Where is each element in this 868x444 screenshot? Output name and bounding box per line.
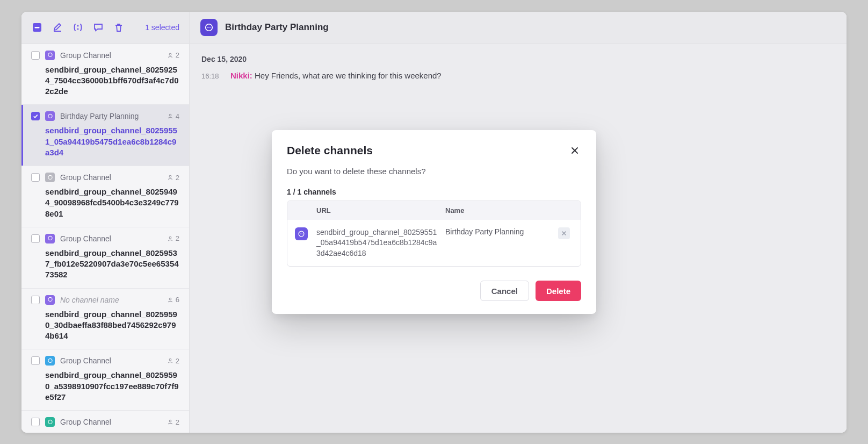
- channel-type-icon: [45, 417, 55, 427]
- member-count: 4: [167, 112, 179, 120]
- svg-point-27: [300, 233, 301, 234]
- channel-url: sendbird_group_channel_80259254_7504cc36…: [31, 65, 179, 97]
- svg-point-9: [169, 175, 171, 177]
- channel-row[interactable]: Group Channel2sendbird_group_channel_802…: [21, 227, 189, 289]
- member-count: 2: [167, 51, 179, 59]
- channel-checkbox[interactable]: [31, 418, 40, 426]
- svg-point-7: [169, 114, 171, 117]
- close-icon[interactable]: [568, 144, 581, 157]
- channel-url: sendbird_group_channel_80259623_66123b1b…: [31, 431, 179, 433]
- channel-type-icon: [45, 51, 55, 60]
- channel-list[interactable]: Group Channel2sendbird_group_channel_802…: [21, 44, 189, 433]
- svg-point-10: [48, 237, 52, 240]
- svg-point-28: [301, 233, 301, 234]
- message-row: 16:18 Nikki: Hey Friends, what are we th…: [201, 71, 835, 80]
- modal-subtitle: Do you want to delete these channels?: [287, 167, 581, 176]
- member-count-value: 4: [176, 112, 179, 120]
- modal-table-head: URL Name: [287, 201, 581, 220]
- cancel-button[interactable]: Cancel: [480, 281, 529, 301]
- channel-checkbox[interactable]: [31, 173, 40, 182]
- member-count-value: 2: [176, 174, 179, 182]
- channel-row[interactable]: Group Channel2sendbird_group_channel_802…: [21, 349, 189, 411]
- modal-table: URL Name sendbird_group_channel_80259551…: [287, 200, 581, 267]
- channel-url: sendbird_group_channel_80259590_30dbaeff…: [31, 309, 179, 342]
- channel-type-icon: [45, 173, 55, 182]
- delete-channels-modal: Delete channels Do you want to delete th…: [272, 130, 596, 314]
- main-header: Birthday Party Planning: [190, 12, 847, 44]
- member-count: 2: [167, 234, 179, 242]
- channel-checkbox[interactable]: [31, 356, 40, 365]
- svg-point-12: [48, 297, 52, 301]
- chat-icon[interactable]: [92, 22, 104, 33]
- message-body: Hey Friends, what are we thinking for th…: [255, 71, 442, 80]
- svg-rect-1: [35, 27, 40, 28]
- channel-name: Group Channel: [60, 418, 111, 426]
- member-count-value: 6: [176, 296, 179, 304]
- svg-point-24: [208, 27, 209, 27]
- channel-sidebar: 1 selected Group Channel2sendbird_group_…: [21, 12, 190, 433]
- channel-row[interactable]: Group Channel2sendbird_group_channel_802…: [21, 44, 189, 105]
- member-count: 6: [167, 296, 179, 304]
- member-count-value: 2: [176, 234, 179, 242]
- svg-point-14: [48, 359, 52, 362]
- edit-icon[interactable]: [52, 22, 63, 33]
- selection-count: 1 selected: [145, 23, 179, 32]
- modal-title: Delete channels: [287, 144, 373, 157]
- channel-url: sendbird_group_channel_80259551_05a94419…: [31, 125, 179, 158]
- channel-row[interactable]: Group Channel2sendbird_group_channel_802…: [21, 166, 189, 227]
- delete-icon[interactable]: [113, 22, 125, 33]
- metadata-icon[interactable]: [72, 22, 84, 33]
- modal-table-row: sendbird_group_channel_80259551_05a94419…: [287, 220, 581, 267]
- col-name: Name: [445, 206, 558, 214]
- channel-row[interactable]: Group Channel2sendbird_group_channel_802…: [21, 411, 189, 433]
- channel-checkbox[interactable]: [31, 234, 40, 243]
- channel-type-icon: [45, 234, 55, 244]
- channel-type-icon: [45, 111, 55, 121]
- svg-point-11: [169, 237, 171, 239]
- member-count: 2: [167, 357, 179, 365]
- modal-row-url: sendbird_group_channel_80259551_05a94419…: [316, 227, 445, 259]
- modal-row-name: Birthday Party Planning: [445, 227, 558, 236]
- channel-checkbox[interactable]: [31, 51, 40, 60]
- svg-point-29: [302, 233, 302, 234]
- channel-title: Birthday Party Planning: [225, 22, 329, 33]
- delete-button[interactable]: Delete: [536, 281, 581, 301]
- modal-count: 1 / 1 channels: [287, 188, 581, 196]
- channel-icon: [200, 19, 218, 36]
- channel-row[interactable]: Birthday Party Planning4sendbird_group_c…: [21, 105, 189, 166]
- app-root: 1 selected Group Channel2sendbird_group_…: [21, 12, 847, 433]
- member-count: 2: [167, 174, 179, 182]
- channel-badge-icon: [295, 227, 308, 240]
- channel-url: sendbird_group_channel_80259494_90098968…: [31, 187, 179, 219]
- svg-point-8: [48, 175, 52, 179]
- message-user: Nikki:: [230, 71, 252, 80]
- channel-row[interactable]: No channel name6sendbird_group_channel_8…: [21, 289, 189, 350]
- remove-row-icon[interactable]: [558, 227, 570, 239]
- svg-point-4: [48, 53, 52, 56]
- col-url: URL: [316, 206, 445, 214]
- channel-name: Group Channel: [60, 173, 111, 182]
- channel-type-icon: [45, 356, 55, 366]
- chat-date: Dec 15, 2020: [201, 55, 835, 63]
- channel-type-icon: [45, 295, 55, 305]
- svg-point-6: [48, 114, 52, 118]
- member-count-value: 2: [176, 418, 179, 426]
- channel-name: Group Channel: [60, 356, 111, 365]
- member-count-value: 2: [176, 51, 179, 59]
- channel-name: Group Channel: [60, 234, 111, 243]
- channel-name: Group Channel: [60, 51, 111, 60]
- channel-checkbox[interactable]: [31, 112, 40, 120]
- svg-point-15: [169, 359, 171, 361]
- member-count: 2: [167, 418, 179, 426]
- svg-point-5: [169, 53, 171, 55]
- member-count-value: 2: [176, 357, 179, 365]
- channel-url: sendbird_group_channel_80259590_a5398910…: [31, 370, 179, 403]
- svg-point-16: [48, 420, 52, 424]
- select-toggle-icon[interactable]: [31, 22, 43, 33]
- selection-toolbar: 1 selected: [21, 12, 189, 44]
- channel-checkbox[interactable]: [31, 296, 40, 304]
- svg-point-3: [77, 28, 78, 29]
- svg-point-25: [210, 27, 211, 27]
- channel-name: No channel name: [60, 296, 119, 304]
- message-time: 16:18: [201, 72, 223, 80]
